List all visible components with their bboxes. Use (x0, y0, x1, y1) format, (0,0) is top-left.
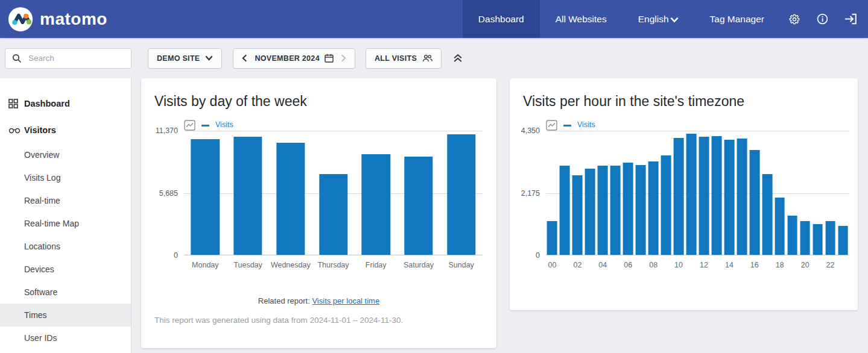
sidebar-item-times[interactable]: Times (0, 304, 131, 326)
x-axis-tick: Friday (366, 261, 387, 269)
bar-09[interactable] (661, 155, 671, 255)
nav-item-english[interactable]: English (622, 0, 694, 38)
x-axis-tick: Monday (192, 261, 218, 269)
bar-23[interactable] (838, 226, 848, 255)
x-axis-tick: 12 (700, 261, 708, 269)
bar-05[interactable] (610, 166, 621, 255)
x-axis-tick: 16 (750, 261, 759, 269)
bar-12[interactable] (699, 137, 709, 255)
bar-01[interactable] (560, 166, 570, 255)
topnav-icons (780, 13, 868, 25)
chevron-right-icon[interactable] (341, 54, 346, 62)
x-axis-tick: 00 (548, 261, 557, 269)
sidebar-item-real-time[interactable]: Real-time (0, 189, 131, 212)
collapse-icon[interactable] (453, 54, 463, 63)
sidebar-item-user-ids[interactable]: User IDs (0, 326, 131, 349)
bar-11[interactable] (686, 134, 697, 255)
related-report-link[interactable]: Visits per local time (312, 296, 379, 305)
sidebar-item-devices[interactable]: Devices (0, 258, 131, 281)
y-axis-tick: 11,370 (156, 127, 178, 135)
bar-16[interactable] (749, 150, 759, 255)
bar-21[interactable] (813, 224, 823, 255)
related-report-prefix: Related report: (258, 296, 310, 305)
bar-20[interactable] (800, 221, 810, 255)
export-image-icon[interactable] (184, 120, 195, 131)
info-icon[interactable] (817, 13, 828, 25)
bar-06[interactable] (623, 163, 633, 255)
dashboard-grid-icon (8, 99, 24, 108)
sidebar-item-locations[interactable]: Locations (0, 235, 131, 258)
date-range-button[interactable]: NOVEMBER 2024 (233, 48, 355, 69)
legend-series-label[interactable]: Visits (577, 120, 595, 129)
bar-02[interactable] (572, 175, 583, 255)
sidebar-item-visits-log[interactable]: Visits Log (0, 166, 131, 189)
x-axis-tick: Saturday (404, 261, 434, 269)
sidebar-item-software[interactable]: Software (0, 281, 131, 304)
bar-wednesday[interactable] (276, 143, 305, 255)
bar-18[interactable] (775, 198, 785, 255)
sidebar-item-visitors[interactable]: Visitors (0, 117, 131, 143)
bar-03[interactable] (585, 169, 595, 255)
matomo-logo[interactable]: matomo (0, 7, 107, 32)
sidebar-item-dashboard[interactable]: Dashboard (0, 90, 131, 117)
top-navbar: matomo DashboardAll WebsitesEnglishTag M… (0, 0, 868, 38)
report-footnote: This report was generated using data fro… (154, 316, 496, 325)
x-axis-tick: 02 (573, 261, 581, 269)
bar-22[interactable] (825, 221, 835, 255)
bar-19[interactable] (787, 216, 797, 255)
legend-series-mark (563, 125, 571, 127)
x-axis-tick: 04 (598, 261, 607, 269)
bar-08[interactable] (648, 161, 659, 255)
bar-chart-visits-per-hour: 4,3502,1750 (546, 131, 849, 255)
legend-series-label[interactable]: Visits (215, 120, 233, 129)
chart-area: Visits 4,3502,1750 000204060810121416182… (546, 119, 849, 271)
settings-icon[interactable] (788, 13, 800, 25)
card-visits-by-day-of-week: Visits by day of the week Visits 11,3705… (141, 78, 496, 348)
bar-thursday[interactable] (319, 174, 347, 255)
x-axis-tick: 14 (725, 261, 733, 269)
nav-item-tag-manager[interactable]: Tag Manager (694, 0, 780, 38)
bar-13[interactable] (712, 136, 722, 255)
bar-14[interactable] (724, 140, 735, 255)
sidebar: DashboardVisitorsOverviewVisits LogReal-… (0, 78, 131, 353)
visitors-icon (8, 126, 24, 134)
bar-sunday[interactable] (447, 134, 475, 255)
matomo-logo-text: matomo (40, 10, 107, 29)
card-visits-per-hour: Visits per hour in the site's timezone V… (510, 78, 858, 310)
sidebar-item-label: Overview (24, 150, 59, 160)
search-input[interactable] (27, 53, 124, 63)
y-axis-tick: 4,350 (521, 127, 540, 135)
search-box[interactable] (5, 48, 131, 69)
y-axis-tick: 5,685 (159, 189, 178, 198)
card-title: Visits per hour in the site's timezone (510, 78, 858, 110)
bar-00[interactable] (547, 221, 557, 255)
users-icon (422, 54, 432, 62)
signout-icon[interactable] (844, 13, 857, 25)
x-axis-tick: 18 (776, 261, 784, 269)
sidebar-item-label: Times (24, 310, 47, 320)
export-image-icon[interactable] (546, 120, 557, 131)
bar-04[interactable] (598, 166, 608, 255)
sidebar-item-real-time-map[interactable]: Real-time Map (0, 212, 131, 235)
chart-legend: Visits (184, 119, 483, 131)
bar-friday[interactable] (362, 154, 390, 255)
sidebar-item-label: Visitors (24, 125, 56, 135)
card-title: Visits by day of the week (141, 78, 496, 110)
bar-saturday[interactable] (404, 157, 432, 255)
nav-item-dashboard[interactable]: Dashboard (463, 0, 540, 38)
bar-monday[interactable] (191, 139, 220, 255)
sidebar-item-overview[interactable]: Overview (0, 143, 131, 166)
bar-15[interactable] (737, 139, 747, 255)
segment-selector-button[interactable]: ALL VISITS (366, 48, 442, 69)
gridline (184, 131, 483, 131)
bar-07[interactable] (636, 165, 646, 255)
calendar-icon (325, 54, 334, 63)
date-range-label: NOVEMBER 2024 (255, 54, 319, 63)
chevron-left-icon[interactable] (242, 54, 247, 62)
nav-item-all-websites[interactable]: All Websites (540, 0, 622, 38)
sidebar-item-label: Dashboard (24, 99, 70, 108)
bar-tuesday[interactable] (233, 137, 262, 255)
bar-10[interactable] (674, 138, 684, 255)
site-selector-button[interactable]: DEMO SITE (148, 48, 222, 69)
bar-17[interactable] (762, 174, 772, 255)
